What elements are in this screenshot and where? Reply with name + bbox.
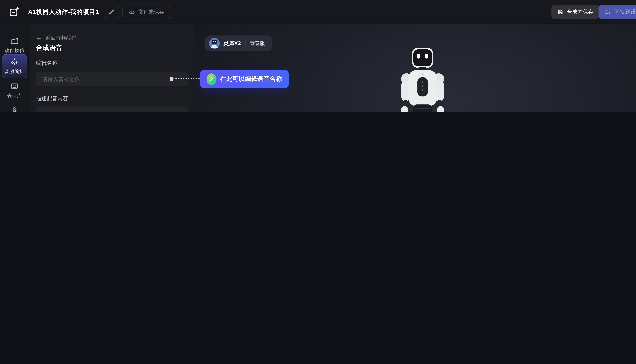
app-logo-icon bbox=[8, 6, 21, 18]
deploy-button[interactable]: 下发到设备 bbox=[598, 5, 636, 18]
sidebar-item-audio-arrange[interactable]: 音频编排 bbox=[2, 54, 27, 78]
sidebar-item-label: 音频编排 bbox=[5, 68, 25, 75]
model-name: 灵犀X2 bbox=[223, 40, 241, 47]
rename-button[interactable] bbox=[104, 4, 119, 20]
model-badge: 灵犀X2 | 青春版 bbox=[205, 36, 272, 51]
back-arrow-icon bbox=[36, 35, 42, 42]
cloud-offline-icon bbox=[128, 8, 135, 16]
save-icon bbox=[557, 9, 563, 15]
sidebar-item-label: 表情库 bbox=[7, 93, 22, 99]
person-icon bbox=[10, 106, 19, 112]
save-button[interactable]: 合成并保存 bbox=[551, 5, 599, 18]
model-avatar bbox=[209, 38, 220, 49]
save-button-label: 合成并保存 bbox=[567, 8, 593, 16]
step-number: 2 bbox=[207, 73, 216, 85]
viewport-3d[interactable]: 灵犀X2 | 青春版 Z Y X bbox=[194, 24, 636, 112]
robot-model bbox=[363, 44, 482, 112]
back-link[interactable]: 返回音频编排 bbox=[36, 35, 76, 42]
content-label: 描述配音内容 bbox=[36, 95, 68, 102]
sparkle-diamonds-icon bbox=[10, 57, 19, 66]
robot-download-icon bbox=[604, 8, 611, 16]
back-link-label: 返回音频编排 bbox=[45, 35, 77, 42]
pencil-icon bbox=[108, 9, 115, 15]
content-textarea[interactable]: 大家好，我是灵犀X2，很高兴认识大家，大家好，我是灵犀X2，很高兴认识大家，大家… bbox=[36, 106, 188, 112]
name-input-wrap bbox=[36, 72, 188, 86]
connector-line bbox=[173, 78, 200, 79]
unsaved-status: 文件未保存 bbox=[122, 4, 170, 20]
unsaved-label: 文件未保存 bbox=[138, 8, 164, 16]
name-label: 编辑名称 bbox=[36, 60, 58, 67]
project-title: A1机器人动作-我的项目1 bbox=[28, 0, 99, 24]
sidebar: 动作模仿 音频编排 表情库 bbox=[0, 24, 29, 112]
synthesis-panel: 返回音频编排 合成语音 编辑名称 描述配音内容 大家好，我是灵犀X2，很高兴认识… bbox=[29, 24, 194, 112]
sidebar-item-motion-mimic[interactable]: 动作模仿 bbox=[2, 36, 27, 54]
top-bar: A1机器人动作-我的项目1 文件未保存 合成并 bbox=[0, 0, 636, 24]
panel-title: 合成语音 bbox=[36, 44, 63, 52]
sidebar-item-action-lib[interactable]: 动作库 bbox=[2, 106, 27, 112]
sidebar-item-expression-lib[interactable]: 表情库 bbox=[2, 82, 27, 99]
model-variant: 青春版 bbox=[249, 40, 265, 47]
deploy-button-label: 下发到设备 bbox=[614, 8, 636, 16]
connector-dot-name bbox=[170, 77, 173, 81]
step-text: 在此可以编辑语音名称 bbox=[220, 75, 282, 83]
clapperboard-icon bbox=[10, 36, 19, 45]
callout-step-2: 2 在此可以编辑语音名称 bbox=[200, 70, 289, 88]
robot-face-icon bbox=[10, 82, 19, 91]
sidebar-item-label: 动作模仿 bbox=[5, 48, 25, 54]
app-root: A1机器人动作-我的项目1 文件未保存 合成并 bbox=[0, 0, 636, 112]
model-badge-divider: | bbox=[244, 40, 246, 46]
name-input[interactable] bbox=[41, 76, 182, 83]
